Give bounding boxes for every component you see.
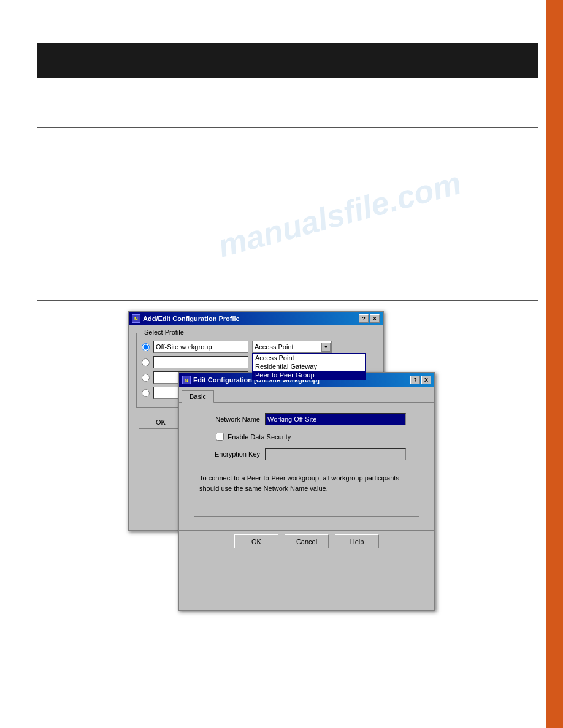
network-name-row: Network Name [191,413,422,425]
profile-name-input-2[interactable] [153,356,248,368]
hr-line-top [37,127,538,128]
watermark: manualsfile.com [214,164,465,264]
profile-type-input[interactable] [252,341,332,353]
edit-config-titlebar-buttons: ? X [410,376,431,384]
encryption-key-input[interactable] [265,448,406,460]
add-edit-titlebar-buttons: ? X [359,314,380,323]
edit-ok-button[interactable]: OK [234,534,278,548]
hr-line-bottom [37,300,538,301]
edit-dialog-buttons: OK Cancel Help [179,530,434,552]
profile-type-dropdown-wrapper: ▼ Access Point Residential Gateway Peer-… [252,341,332,353]
encryption-key-row: Encryption Key [191,448,422,460]
info-box: To connect to a Peer-to-Peer workgroup, … [194,468,419,517]
encryption-key-label: Encryption Key [191,450,265,458]
tab-basic[interactable]: Basic [182,390,214,403]
edit-dialog-body: Network Name Enable Data Security Encryp… [179,403,434,523]
add-edit-help-button[interactable]: ? [359,314,369,323]
edit-config-close-button[interactable]: X [421,376,431,384]
network-name-input[interactable] [265,413,406,425]
enable-security-row: Enable Data Security [191,433,422,441]
profile-radio-2[interactable] [142,358,150,366]
profile-radio-4[interactable] [142,389,150,397]
select-profile-legend: Select Profile [142,328,186,336]
add-edit-close-button[interactable]: X [370,314,380,323]
add-edit-ok-button[interactable]: OK [139,415,183,429]
edit-cancel-button[interactable]: Cancel [285,534,329,548]
edit-config-dialog-icon: N [182,376,191,384]
edit-config-help-button[interactable]: ? [410,376,420,384]
edit-help-button[interactable]: Help [335,534,379,548]
profile-radio-3[interactable] [142,374,150,382]
enable-security-checkbox[interactable] [216,433,224,441]
dropdown-item-residential-gateway[interactable]: Residential Gateway [253,362,365,371]
network-name-label: Network Name [191,415,265,423]
profile-name-input-1[interactable] [153,341,248,353]
enable-security-label: Enable Data Security [228,433,291,441]
add-edit-titlebar-left: N Add/Edit Configuration Profile [132,314,240,323]
add-edit-titlebar: N Add/Edit Configuration Profile ? X [129,312,383,325]
add-edit-dialog-title: Add/Edit Configuration Profile [143,315,240,322]
profile-row-1: ▼ Access Point Residential Gateway Peer-… [142,341,370,353]
edit-config-dialog: N Edit Configuration [Off-Site workgroup… [178,372,435,611]
profile-radio-1[interactable] [142,343,150,351]
header-bar [37,43,538,78]
right-sidebar [546,0,563,728]
add-edit-dialog-icon: N [132,314,140,323]
dropdown-open-list: Access Point Residential Gateway Peer-to… [252,353,366,380]
edit-config-tab-bar: Basic [179,387,434,403]
dropdown-item-peer-to-peer[interactable]: Peer-to-Peer Group [253,371,365,379]
dropdown-item-access-point[interactable]: Access Point [253,354,365,362]
